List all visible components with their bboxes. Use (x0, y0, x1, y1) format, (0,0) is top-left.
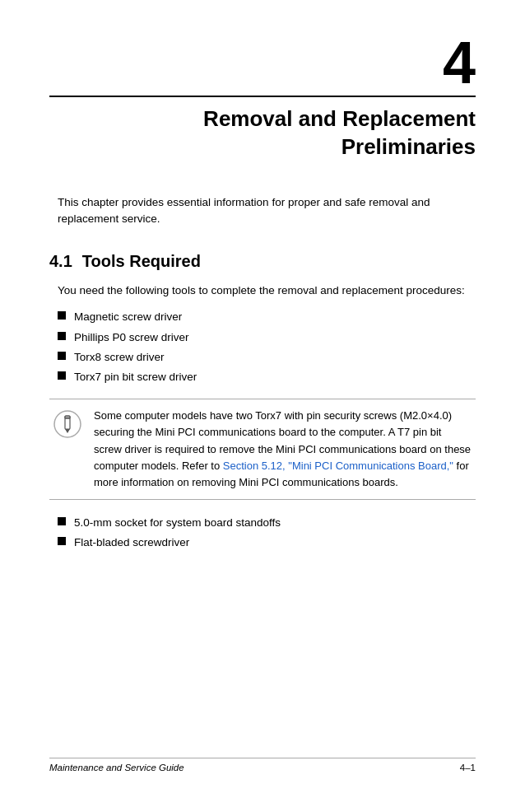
intro-paragraph: This chapter provides essential informat… (58, 194, 476, 228)
bullet-icon (58, 537, 66, 545)
bullet-icon (58, 352, 66, 360)
note-link[interactable]: Section 5.12, "Mini PCI Communications B… (223, 460, 453, 472)
chapter-title-line2: Preliminaries (341, 134, 476, 159)
tool-item-3: Torx8 screw driver (74, 349, 165, 366)
note-pencil-icon (53, 409, 82, 439)
chapter-title: Removal and Replacement Preliminaries (49, 105, 476, 161)
note-text: Some computer models have two Torx7 with… (94, 408, 472, 491)
svg-point-0 (54, 411, 81, 437)
bullet-icon (58, 311, 66, 320)
tool-item-2: Phillips P0 screw driver (74, 329, 189, 346)
chapter-number-area: 4 (49, 33, 476, 97)
section-intro: You need the following tools to complete… (58, 282, 476, 299)
bullet-icon (58, 517, 66, 525)
footer: Maintenance and Service Guide 4–1 (49, 758, 476, 772)
footer-right: 4–1 (460, 763, 476, 772)
bullet-icon (58, 332, 66, 340)
extra-tool-item-2: Flat-bladed screwdriver (74, 534, 189, 551)
footer-left: Maintenance and Service Guide (49, 763, 184, 772)
list-item: Flat-bladed screwdriver (58, 534, 476, 551)
section-title: Tools Required (82, 252, 201, 271)
note-box: Some computer models have two Torx7 with… (49, 399, 476, 500)
bullet-icon (58, 371, 66, 380)
list-item: Phillips P0 screw driver (58, 329, 476, 346)
chapter-title-line1: Removal and Replacement (203, 106, 476, 131)
extra-tools-list: 5.0-mm socket for system board standoffs… (58, 515, 476, 552)
list-item: 5.0-mm socket for system board standoffs (58, 515, 476, 531)
section-number: 4.1 (49, 252, 72, 271)
tool-item-1: Magnetic screw driver (74, 309, 182, 325)
svg-marker-2 (65, 429, 70, 433)
list-item: Torx7 pin bit screw driver (58, 369, 476, 385)
list-item: Torx8 screw driver (58, 349, 476, 366)
chapter-number: 4 (443, 33, 476, 92)
extra-tool-item-1: 5.0-mm socket for system board standoffs (74, 515, 281, 531)
list-item: Magnetic screw driver (58, 309, 476, 325)
page: 4 Removal and Replacement Preliminaries … (0, 0, 525, 812)
tools-list: Magnetic screw driver Phillips P0 screw … (58, 309, 476, 385)
section-header: 4.1 Tools Required (49, 252, 476, 271)
tool-item-4: Torx7 pin bit screw driver (74, 369, 197, 385)
